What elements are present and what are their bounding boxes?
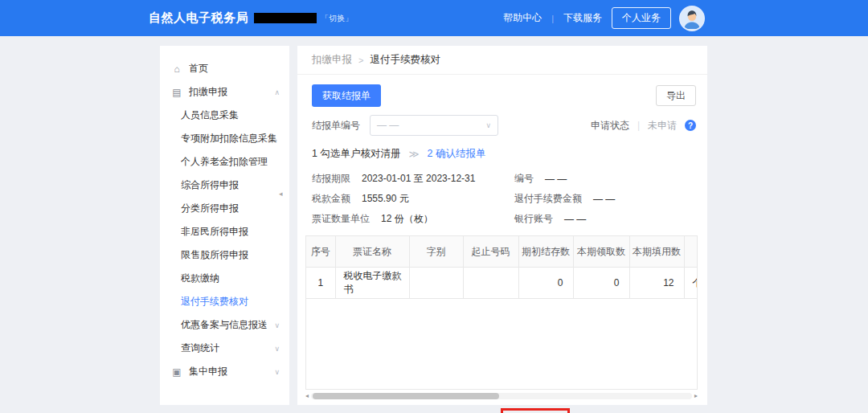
sidebar-item-centralized-declaration[interactable]: ▣ 集中申报 ∨ <box>160 360 289 383</box>
download-service-link[interactable]: 下载服务 <box>563 11 602 25</box>
toolbar: 获取结报单 导出 <box>312 84 696 107</box>
step-1: 1 勾选单户核对清册 <box>312 147 400 161</box>
sidebar-item-label: 集中申报 <box>189 365 227 378</box>
chevron-down-icon: ∨ <box>274 368 280 376</box>
chevron-up-icon: ∧ <box>274 88 280 96</box>
sidebar-item-label: 限售股所得申报 <box>181 248 248 262</box>
switch-account-link[interactable]: 「切换」 <box>321 13 353 24</box>
col-seq: 序号 <box>306 236 335 268</box>
sidebar-item-label: 分类所得申报 <box>181 202 239 215</box>
footer-actions: 上一步 申请退库 <box>312 408 696 413</box>
app-title: 自然人电子税务局 <box>149 10 248 26</box>
breadcrumb-separator-icon: > <box>358 55 363 65</box>
user-avatar[interactable] <box>681 7 703 30</box>
sidebar-item-personnel-info[interactable]: 人员信息采集 <box>160 104 289 127</box>
field-value: — — <box>593 194 615 205</box>
sidebar-item-home[interactable]: ⌂ 首页 <box>160 57 289 80</box>
field-value: — — <box>564 214 586 225</box>
batch-icon: ▣ <box>171 366 182 378</box>
field-tax-amount: 税款金额 1555.90 元 <box>312 192 514 206</box>
cell-seq: 1 <box>306 268 335 299</box>
table-header-row: 序号 票证名称 字别 起止号码 期初结存数 本期领取数 本期填用数 <box>306 236 698 268</box>
sidebar-item-withholding-declaration[interactable]: ▤ 扣缴申报 ∧ <box>160 80 289 104</box>
col-received-count: 本期领取数 <box>573 236 629 268</box>
statement-info: 结报期限 2023-01-01 至 2023-12-31 编号 — — 税款金额… <box>312 169 696 229</box>
sidebar-item-label: 首页 <box>189 62 208 76</box>
field-label: 票证数量单位 <box>312 212 370 226</box>
redacted-org-name <box>254 13 317 23</box>
field-label: 编号 <box>514 172 534 186</box>
field-statement-period: 结报期限 2023-01-01 至 2023-12-31 <box>312 172 514 186</box>
field-bank-account: 银行账号 — — <box>514 212 586 226</box>
field-value: 12 份（枚） <box>381 212 433 226</box>
col-zibie: 字别 <box>409 236 463 268</box>
sidebar-item-label: 综合所得申报 <box>181 178 239 192</box>
breadcrumb: 扣缴申报 > 退付手续费核对 <box>297 46 707 75</box>
sidebar-item-pension-deduction[interactable]: 个人养老金扣除管理 <box>160 150 289 174</box>
field-value: 2023-01-01 至 2023-12-31 <box>362 172 475 186</box>
chevron-down-icon: ∨ <box>274 321 280 329</box>
cell-used-count: 12 <box>629 268 684 299</box>
status-label: 申请状态 <box>591 119 629 133</box>
field-label: 银行账号 <box>514 212 553 226</box>
cell-ticket-name: 税收电子缴款书 <box>335 268 409 299</box>
horizontal-scrollbar[interactable]: ◂ ▸ <box>305 392 698 400</box>
annotation-highlight-box: 申请退库 <box>501 408 570 413</box>
sidebar-item-label: 扣缴申报 <box>189 85 227 99</box>
scrollbar-thumb[interactable] <box>313 393 499 399</box>
sidebar-item-nonresident-income[interactable]: 非居民所得申报 <box>160 220 289 243</box>
app-window: 自然人电子税务局 「切换」 帮助中心 | 下载服务 个人业务 ⌂ 首页 ▤ <box>0 0 868 413</box>
sidebar-item-label: 人员信息采集 <box>181 108 239 122</box>
field-value: 1555.90 元 <box>362 192 409 206</box>
breadcrumb-parent[interactable]: 扣缴申报 <box>312 53 352 67</box>
help-icon[interactable]: ? <box>685 120 696 131</box>
field-refund-fee-amount: 退付手续费金额 — — <box>514 192 615 206</box>
field-ticket-quantity: 票证数量单位 12 份（枚） <box>312 212 514 226</box>
sidebar-item-label: 税款缴纳 <box>181 272 219 285</box>
header-divider: | <box>551 14 554 23</box>
sidebar-item-query-statistics[interactable]: 查询统计 ∨ <box>160 337 289 360</box>
col-extra <box>684 236 698 268</box>
help-center-link[interactable]: 帮助中心 <box>503 11 542 25</box>
step-indicator: 1 勾选单户核对清册 ≫ 2 确认结报单 <box>312 147 696 161</box>
scrollbar-track[interactable] <box>311 393 692 399</box>
field-label: 退付手续费金额 <box>514 192 582 206</box>
sidebar-item-tax-payment[interactable]: 税款缴纳 <box>160 267 289 290</box>
scroll-left-icon[interactable]: ◂ <box>305 392 309 400</box>
sidebar-item-restricted-stock-income[interactable]: 限售股所得申报 <box>160 243 289 267</box>
cell-extra: 个人 <box>684 268 698 299</box>
sidebar-collapse-icon[interactable]: ◂ <box>279 190 283 198</box>
sidebar-item-comprehensive-income[interactable]: 综合所得申报 <box>160 174 289 197</box>
field-label: 税款金额 <box>312 192 350 206</box>
col-used-count: 本期填用数 <box>629 236 684 268</box>
table-row[interactable]: 1 税收电子缴款书 0 0 12 个人 <box>306 268 698 299</box>
sidebar-item-special-deduction-info[interactable]: 专项附加扣除信息采集 <box>160 127 289 150</box>
sidebar-item-label: 专项附加扣除信息采集 <box>181 132 277 145</box>
scroll-right-icon[interactable]: ▸ <box>694 392 698 400</box>
home-icon: ⌂ <box>171 63 182 75</box>
chevron-down-icon: ∨ <box>274 345 280 353</box>
sidebar-item-label: 查询统计 <box>181 341 219 355</box>
status-value: 未申请 <box>648 119 677 133</box>
sidebar-item-label: 个人养老金扣除管理 <box>181 155 268 169</box>
application-status: 申请状态 | 未申请 ? <box>591 119 696 133</box>
cell-number-range <box>463 268 518 299</box>
ticket-table: 序号 票证名称 字别 起止号码 期初结存数 本期领取数 本期填用数 1 税收电子… <box>305 235 698 390</box>
chevron-down-icon: ∨ <box>485 121 491 129</box>
breadcrumb-current: 退付手续费核对 <box>370 53 440 67</box>
col-ticket-name: 票证名称 <box>335 236 409 268</box>
sidebar-item-preferential-filing[interactable]: 优惠备案与信息报送 ∨ <box>160 313 289 337</box>
step-arrow-icon: ≫ <box>408 148 419 160</box>
sidebar-item-classified-income[interactable]: 分类所得申报 <box>160 197 289 220</box>
fetch-statement-button[interactable]: 获取结报单 <box>312 84 381 107</box>
sidebar-item-refund-fee-check[interactable]: 退付手续费核对 <box>160 290 289 313</box>
step-2[interactable]: 2 确认结报单 <box>428 147 486 161</box>
export-button[interactable]: 导出 <box>656 85 696 106</box>
statement-number-select[interactable]: — — ∨ <box>370 115 498 136</box>
personal-business-button[interactable]: 个人业务 <box>612 7 671 29</box>
field-label: 结报期限 <box>312 172 350 186</box>
main-panel: 扣缴申报 > 退付手续费核对 获取结报单 导出 结报单编号 — — ∨ 申请状态… <box>297 46 707 405</box>
status-divider: | <box>637 120 640 131</box>
cell-received-count: 0 <box>573 268 629 299</box>
filter-row: 结报单编号 — — ∨ 申请状态 | 未申请 ? <box>312 115 696 136</box>
